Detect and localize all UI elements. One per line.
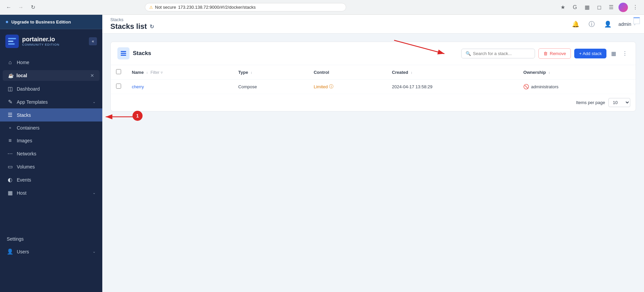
remove-label: Remove [550, 51, 566, 56]
user-avatar-button[interactable] [619, 3, 628, 12]
more-options-button[interactable]: ⋮ [621, 49, 629, 58]
name-filter-button[interactable]: Filter ▿ [151, 70, 163, 75]
security-warning-text: Not secure [155, 5, 176, 10]
sidebar-item-events[interactable]: ◐ Events [0, 173, 102, 186]
help-button[interactable]: ⓘ [586, 19, 597, 30]
users-icon: 👤 [7, 248, 13, 255]
search-box[interactable]: 🔍 [461, 49, 535, 58]
refresh-icon[interactable]: ↻ [150, 23, 154, 30]
sidebar-nav: ⌂ Home ☕ local ✕ ◫ Dashboard ✎ App Templ… [0, 53, 102, 292]
breadcrumb: Stacks [110, 17, 154, 22]
reload-button[interactable]: ↻ [28, 3, 38, 12]
remove-icon: 🗑 [543, 51, 548, 56]
card-title-area: Stacks [117, 47, 457, 59]
svg-rect-5 [121, 53, 126, 54]
select-all-col[interactable] [111, 65, 126, 80]
topbar-right: 🔔 ⓘ 👤 admin ⌄ [570, 19, 636, 30]
svg-rect-6 [121, 55, 126, 56]
stack-name-link[interactable]: cherry [132, 84, 144, 89]
stack-created-cell: 2024-04-17 13:58:29 [387, 80, 518, 94]
sidebar-item-stacks[interactable]: ☰ Stacks [0, 108, 102, 121]
card-actions: 🔍 🗑 Remove + Add stack ▦ ⋮ [461, 48, 629, 59]
add-stack-button[interactable]: + Add stack [574, 49, 606, 58]
sidebar-item-networks[interactable]: ⋯ Networks [0, 147, 102, 160]
sidebar-item-volumes[interactable]: ▭ Volumes [0, 160, 102, 173]
sidebar-containers-label: Containers [17, 125, 96, 131]
address-bar[interactable]: ⚠ Not secure 173.230.138.72:9000/#!/2/do… [145, 3, 346, 11]
portainer-logo-icon [5, 35, 19, 48]
sidebar-item-home[interactable]: ⌂ Home [0, 56, 102, 69]
grammarly-button[interactable]: G [570, 3, 580, 12]
table-body: cherry Compose Limited ⓘ [111, 80, 636, 94]
ownership-column-header[interactable]: Ownership ↕ [518, 65, 636, 80]
loading-spinner [633, 17, 640, 24]
env-name-area: ☕ local [8, 73, 27, 78]
sidebar-stacks-label: Stacks [17, 112, 96, 118]
more-button[interactable]: ⋮ [631, 3, 640, 12]
browser-actions: ★ G ▦ ◻ ☰ ⋮ [558, 3, 640, 12]
app-templates-chevron: ⌄ [93, 100, 96, 104]
sidebar-item-settings[interactable]: Settings [0, 233, 102, 245]
forward-button[interactable]: → [16, 3, 25, 12]
dashboard-icon: ◫ [7, 86, 13, 92]
host-icon: ▦ [7, 190, 13, 196]
sidebar-users-label: Users [17, 249, 89, 254]
bookmark-button[interactable]: ★ [558, 3, 568, 12]
items-per-page-label: Items per page [576, 100, 605, 105]
browser-chrome: ← → ↻ ⚠ Not secure 173.230.138.72:9000/#… [0, 0, 644, 15]
row-checkbox[interactable] [116, 84, 121, 89]
ownership-sort-icon: ↕ [548, 71, 550, 75]
stacks-table: Name ↕ Filter ▿ Type ↕ Control [111, 65, 636, 94]
users-chevron: ⌄ [93, 249, 96, 254]
sidebar-collapse-button[interactable]: « [89, 37, 97, 45]
upgrade-icon: ● [5, 19, 9, 25]
home-icon: ⌂ [7, 59, 13, 65]
sidebar-item-images[interactable]: ≡ Images [0, 134, 102, 147]
name-column-header[interactable]: Name ↕ Filter ▿ [126, 65, 233, 80]
table-row: cherry Compose Limited ⓘ [111, 80, 636, 94]
select-all-checkbox[interactable] [116, 69, 121, 74]
stack-type-cell: Compose [233, 80, 308, 94]
remove-button[interactable]: 🗑 Remove [538, 48, 571, 59]
add-stack-label: + Add stack [579, 51, 602, 56]
sidebar-item-dashboard[interactable]: ◫ Dashboard [0, 82, 102, 95]
items-per-page-select[interactable]: 10 25 50 [608, 98, 630, 107]
control-badge: Limited ⓘ [314, 84, 333, 90]
svg-rect-1 [8, 38, 16, 39]
view-toggle-button[interactable]: ▦ [610, 49, 618, 58]
sidebar-home-label: Home [17, 60, 96, 65]
control-info-icon[interactable]: ⓘ [329, 84, 333, 90]
annotation-circle-1: 1 [132, 111, 143, 121]
control-column-header[interactable]: Control [308, 65, 386, 80]
env-close-button[interactable]: ✕ [90, 73, 94, 78]
stack-created-text: 2024-04-17 13:58:29 [392, 84, 433, 89]
card-title: Stacks [133, 50, 151, 57]
ext-button3[interactable]: ☰ [606, 3, 616, 12]
created-column-header[interactable]: Created ↕ [387, 65, 518, 80]
topbar-left: Stacks Stacks list ↻ [110, 17, 154, 31]
ext-button2[interactable]: ◻ [594, 3, 604, 12]
row-checkbox-cell[interactable] [111, 80, 126, 94]
sidebar-item-host[interactable]: ▦ Host ⌄ [0, 186, 102, 199]
sidebar: ● Upgrade to Business Edition portainer.… [0, 15, 102, 292]
page-title: Stacks list ↻ [110, 22, 154, 31]
app-container: ● Upgrade to Business Edition portainer.… [0, 15, 644, 292]
events-icon: ◐ [7, 177, 13, 183]
upgrade-banner[interactable]: ● Upgrade to Business Edition [0, 15, 102, 29]
type-column-header[interactable]: Type ↕ [233, 65, 308, 80]
back-button[interactable]: ← [4, 3, 13, 12]
search-input[interactable] [473, 51, 531, 56]
sidebar-item-users[interactable]: 👤 Users ⌄ [0, 245, 102, 258]
env-name-text: local [16, 73, 27, 78]
user-profile-button[interactable]: 👤 [602, 19, 613, 30]
logo-subtitle: COMMUNITY EDITION [22, 43, 59, 46]
admin-label: admin [619, 21, 631, 27]
svg-rect-3 [8, 43, 15, 45]
sidebar-item-containers[interactable]: ▫ Containers [0, 121, 102, 134]
notifications-button[interactable]: 🔔 [570, 19, 581, 30]
upgrade-label: Upgrade to Business Edition [11, 19, 71, 25]
env-header: ☕ local ✕ [3, 70, 100, 81]
sidebar-item-app-templates[interactable]: ✎ App Templates ⌄ [0, 95, 102, 108]
ext-button1[interactable]: ▦ [582, 3, 592, 12]
stack-ownership-cell: 🚫 administrators [518, 80, 636, 94]
